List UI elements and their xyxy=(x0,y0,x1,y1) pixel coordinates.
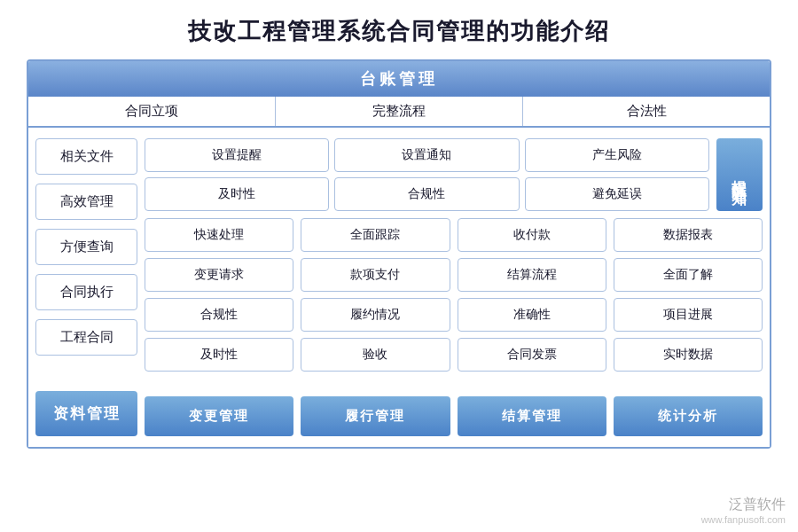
module-bottom-btn-1[interactable]: 履行管理 xyxy=(301,396,450,436)
module-2-item-0[interactable]: 收付款 xyxy=(458,218,606,252)
module-0-item-1[interactable]: 变更请求 xyxy=(145,258,293,292)
left-item-4[interactable]: 工程合同 xyxy=(35,319,137,356)
module-2-item-2[interactable]: 准确性 xyxy=(458,298,606,332)
left-item-1[interactable]: 高效管理 xyxy=(35,184,137,220)
module-0-item-3[interactable]: 及时性 xyxy=(145,338,293,372)
left-items: 相关文件高效管理方便查询合同执行工程合同 xyxy=(35,138,137,391)
module-1-item-3[interactable]: 验收 xyxy=(301,338,450,372)
left-col: 相关文件高效管理方便查询合同执行工程合同 资料管理 xyxy=(35,138,137,436)
module-0-item-2[interactable]: 合规性 xyxy=(145,298,293,332)
sub-header-2: 合法性 xyxy=(523,97,770,126)
sub-header-row: 合同立项完整流程合法性 xyxy=(28,97,770,128)
module-items-3: 数据报表全面了解项目进展实时数据 xyxy=(614,218,763,396)
module-bottom-btn-2[interactable]: 结算管理 xyxy=(458,396,606,436)
outer-container: 台账管理 合同立项完整流程合法性 相关文件高效管理方便查询合同执行工程合同 资料… xyxy=(27,59,771,449)
module-bottom-btn-0[interactable]: 变更管理 xyxy=(145,396,293,436)
module-items-0: 快速处理变更请求合规性及时性 xyxy=(145,218,293,396)
sub-header-0: 合同立项 xyxy=(28,97,276,126)
notify-cell-0-0[interactable]: 设置提醒 xyxy=(145,138,329,172)
notify-cell-0-2[interactable]: 产生风险 xyxy=(525,138,709,172)
module-3-item-0[interactable]: 数据报表 xyxy=(614,218,763,252)
main-title: 技改工程管理系统合同管理的功能介绍 xyxy=(0,0,798,59)
module-col-0: 快速处理变更请求合规性及时性变更管理 xyxy=(145,218,293,436)
module-2-item-3[interactable]: 合同发票 xyxy=(458,338,606,372)
watermark-logo: 泛普软件 xyxy=(701,496,786,514)
module-1-item-1[interactable]: 款项支付 xyxy=(301,258,450,292)
notify-cell-1-2[interactable]: 避免延误 xyxy=(525,177,709,211)
content-area: 相关文件高效管理方便查询合同执行工程合同 资料管理 设置提醒设置通知产生风险及时… xyxy=(28,128,770,447)
notify-cell-1-0[interactable]: 及时性 xyxy=(145,177,329,211)
sub-header-1: 完整流程 xyxy=(276,97,523,126)
watermark-url: www.fanpusoft.com xyxy=(701,514,786,525)
mid-cols: 设置提醒设置通知产生风险及时性合规性避免延误 提醒通知 快速处理变更请求合规性及… xyxy=(145,138,763,436)
module-items-2: 收付款结算流程准确性合同发票 xyxy=(458,218,606,396)
module-0-item-0[interactable]: 快速处理 xyxy=(145,218,293,252)
module-1-item-0[interactable]: 全面跟踪 xyxy=(301,218,450,252)
module-3-item-2[interactable]: 项目进展 xyxy=(614,298,763,332)
bottom-cols: 快速处理变更请求合规性及时性变更管理全面跟踪款项支付履约情况验收履行管理收付款结… xyxy=(145,218,763,436)
watermark: 泛普软件 www.fanpusoft.com xyxy=(701,496,786,525)
left-item-3[interactable]: 合同执行 xyxy=(35,274,137,310)
module-1-item-2[interactable]: 履约情况 xyxy=(301,298,450,332)
notify-grid: 设置提醒设置通知产生风险及时性合规性避免延误 xyxy=(145,138,709,211)
module-col-2: 收付款结算流程准确性合同发票结算管理 xyxy=(458,218,606,436)
notify-cell-0-1[interactable]: 设置通知 xyxy=(334,138,519,172)
left-item-0[interactable]: 相关文件 xyxy=(35,138,137,175)
module-3-item-1[interactable]: 全面了解 xyxy=(614,258,763,292)
module-col-3: 数据报表全面了解项目进展实时数据统计分析 xyxy=(614,218,763,436)
module-3-item-3[interactable]: 实时数据 xyxy=(614,338,763,372)
notify-cell-1-1[interactable]: 合规性 xyxy=(334,177,519,211)
left-item-2[interactable]: 方便查询 xyxy=(35,229,137,265)
left-bottom-btn[interactable]: 资料管理 xyxy=(35,391,137,436)
top-notify-row: 设置提醒设置通知产生风险及时性合规性避免延误 提醒通知 xyxy=(145,138,763,211)
module-items-1: 全面跟踪款项支付履约情况验收 xyxy=(301,218,450,396)
tixing-box: 提醒通知 xyxy=(716,138,763,211)
tazhang-header: 台账管理 xyxy=(28,61,770,97)
module-2-item-1[interactable]: 结算流程 xyxy=(458,258,606,292)
module-col-1: 全面跟踪款项支付履约情况验收履行管理 xyxy=(301,218,450,436)
module-bottom-btn-3[interactable]: 统计分析 xyxy=(614,396,763,436)
